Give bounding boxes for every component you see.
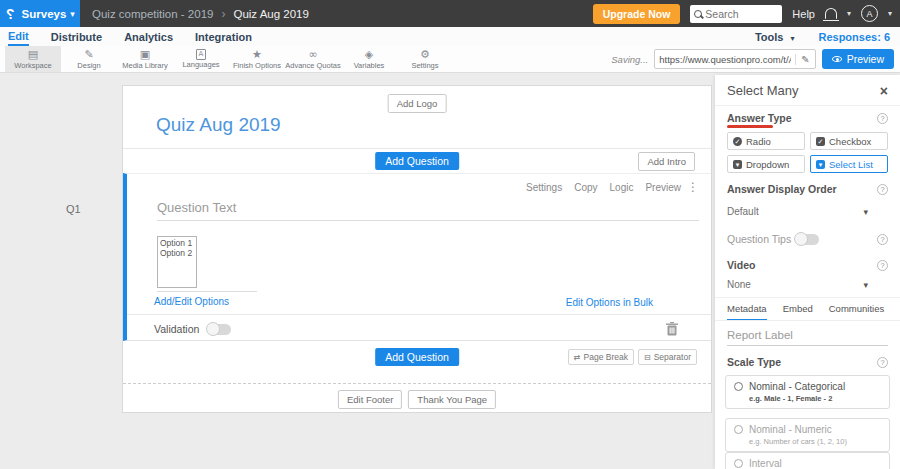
navrow-right: Tools ▾ Responses: 6 xyxy=(755,31,890,43)
survey-url-input[interactable] xyxy=(655,54,795,65)
selected-value: Default xyxy=(727,206,759,217)
page-break-icon: ⇄ xyxy=(574,353,581,362)
account-caret-icon[interactable]: ▾ xyxy=(888,9,892,18)
option-item[interactable]: Option 2 xyxy=(160,248,194,258)
answer-type-help-icon[interactable]: ? xyxy=(877,113,888,124)
media-library-icon: ▣ xyxy=(140,49,150,61)
scale-type-help-icon[interactable]: ? xyxy=(877,357,888,368)
question-preview-action[interactable]: Preview xyxy=(645,182,681,193)
thank-you-page-button[interactable]: Thank You Page xyxy=(408,390,496,409)
radio-icon xyxy=(734,425,743,434)
topbar-right: Upgrade Now Help ▾ A ▾ xyxy=(593,0,892,27)
option-item[interactable]: Option 1 xyxy=(160,238,194,248)
answer-display-order-row: Answer Display Order ? xyxy=(727,183,888,195)
question-tips-toggle[interactable] xyxy=(795,234,819,245)
scale-option-interval[interactable]: Interval xyxy=(725,452,890,469)
scale-option-nominal-numeric[interactable]: Nominal - Numeric e.g. Number of cars (1… xyxy=(725,418,890,452)
delete-question-trash-icon[interactable] xyxy=(666,322,678,340)
search-input[interactable] xyxy=(705,8,775,20)
notifications-caret-icon[interactable]: ▾ xyxy=(847,9,851,18)
eye-icon xyxy=(832,56,842,62)
question-tips-help-icon[interactable]: ? xyxy=(877,234,888,245)
add-intro-button[interactable]: Add Intro xyxy=(638,152,695,171)
answer-type-select-list[interactable]: ▾ Select List xyxy=(810,155,888,173)
divider xyxy=(715,297,900,298)
answer-type-label: Answer Type xyxy=(727,112,792,124)
toolbar-item-advance-quotas[interactable]: ∞ Advance Quotas xyxy=(285,46,341,72)
survey-title[interactable]: Quiz Aug 2019 xyxy=(156,114,281,136)
tab-integration[interactable]: Integration xyxy=(195,29,252,45)
responses-count[interactable]: Responses: 6 xyxy=(818,31,890,43)
toggle-knob xyxy=(794,232,808,246)
page-break-button[interactable]: ⇄Page Break xyxy=(568,349,634,365)
question-logic-action[interactable]: Logic xyxy=(610,182,634,193)
answer-type-checkbox[interactable]: ✓ Checkbox xyxy=(810,132,888,150)
toolbar-label: Design xyxy=(77,61,100,70)
notifications-bell-icon[interactable] xyxy=(825,8,837,19)
tab-edit[interactable]: Edit xyxy=(8,28,29,46)
scale-type-label: Scale Type xyxy=(727,356,781,368)
separator-button[interactable]: ⊟Separator xyxy=(638,349,697,365)
tab-embed[interactable]: Embed xyxy=(783,303,813,321)
toolbar-item-settings[interactable]: ⚙ Settings xyxy=(397,46,453,72)
video-select[interactable]: None ▾ xyxy=(727,279,868,290)
tools-menu[interactable]: Tools ▾ xyxy=(755,31,795,43)
video-help-icon[interactable]: ? xyxy=(877,260,888,271)
answer-display-order-help-icon[interactable]: ? xyxy=(877,184,888,195)
toolbar-item-variables[interactable]: ◈ Variables xyxy=(341,46,397,72)
surveys-menu[interactable]: ? Surveys ▾ xyxy=(0,0,80,27)
report-label-input[interactable]: Report Label xyxy=(727,329,888,346)
edit-footer-button[interactable]: Edit Footer xyxy=(338,390,402,409)
scale-option-example: e.g. Number of cars (1, 2, 10) xyxy=(749,437,881,446)
question-more-menu-icon[interactable]: ⋮ xyxy=(687,180,699,194)
answer-type-dropdown[interactable]: ▾ Dropdown xyxy=(727,155,805,173)
add-logo-button[interactable]: Add Logo xyxy=(388,94,447,113)
avatar[interactable]: A xyxy=(861,5,878,22)
edit-options-in-bulk-link[interactable]: Edit Options in Bulk xyxy=(566,297,653,308)
add-question-bottom-button[interactable]: Add Question xyxy=(375,348,459,366)
answer-display-order-select[interactable]: Default ▾ xyxy=(727,206,868,217)
separator-icon: ⊟ xyxy=(644,353,651,362)
breadcrumb-parent[interactable]: Quiz competition - 2019 xyxy=(92,8,213,20)
divider xyxy=(715,320,900,321)
answer-type-label: Dropdown xyxy=(746,159,789,170)
answer-type-radio[interactable]: ✓ Radio xyxy=(727,132,805,150)
tab-metadata[interactable]: Metadata xyxy=(727,303,767,321)
add-edit-options-link[interactable]: Add/Edit Options xyxy=(154,296,229,307)
toolbar-item-finish-options[interactable]: ★ Finish Options xyxy=(229,46,285,72)
close-icon[interactable]: × xyxy=(880,84,888,98)
question-tips-label: Question Tips xyxy=(727,233,791,245)
tab-analytics[interactable]: Analytics xyxy=(124,29,173,45)
checkbox-icon: ✓ xyxy=(816,137,825,146)
finish-options-wand-icon: ★ xyxy=(252,49,262,61)
question-text-placeholder[interactable]: Question Text xyxy=(157,200,236,215)
upgrade-now-button[interactable]: Upgrade Now xyxy=(593,4,681,24)
breadcrumb-separator-icon: › xyxy=(221,7,225,21)
question-copy-action[interactable]: Copy xyxy=(574,182,597,193)
edit-url-pencil-icon[interactable]: ✎ xyxy=(795,54,814,65)
validation-toggle[interactable] xyxy=(207,324,231,335)
surveys-label: Surveys xyxy=(22,8,67,20)
nav-row: Edit Distribute Analytics Integration To… xyxy=(0,27,900,46)
toolbar-item-workspace[interactable]: ▤ Workspace xyxy=(5,46,61,72)
tab-distribute[interactable]: Distribute xyxy=(51,29,102,45)
scale-option-nominal-categorical[interactable]: Nominal - Categorical e.g. Male - 1, Fem… xyxy=(725,375,890,409)
toolbar-item-design[interactable]: ✎ Design xyxy=(61,46,117,72)
add-question-top-button[interactable]: Add Question xyxy=(375,152,459,170)
help-link[interactable]: Help xyxy=(792,8,815,20)
scale-option-title: Nominal - Numeric xyxy=(749,424,832,435)
toolbar-item-media-library[interactable]: ▣ Media Library xyxy=(117,46,173,72)
answer-type-label: Radio xyxy=(746,136,771,147)
select-list-preview[interactable]: Option 1 Option 2 xyxy=(157,236,197,288)
radio-icon xyxy=(734,382,743,391)
toolbar-item-languages[interactable]: A Languages xyxy=(173,46,229,72)
answer-type-row: Answer Type ? xyxy=(727,112,888,124)
scale-option-title: Interval xyxy=(749,458,782,469)
preview-button[interactable]: Preview xyxy=(822,49,894,69)
question-card: Settings Copy Logic Preview ⋮ Question T… xyxy=(123,173,711,341)
divider xyxy=(127,314,711,315)
page-break-group: ⇄Page Break ⊟Separator xyxy=(568,349,697,365)
question-index: Q1 xyxy=(66,203,81,215)
question-settings-action[interactable]: Settings xyxy=(526,182,562,193)
tab-communities[interactable]: Communities xyxy=(829,303,884,321)
